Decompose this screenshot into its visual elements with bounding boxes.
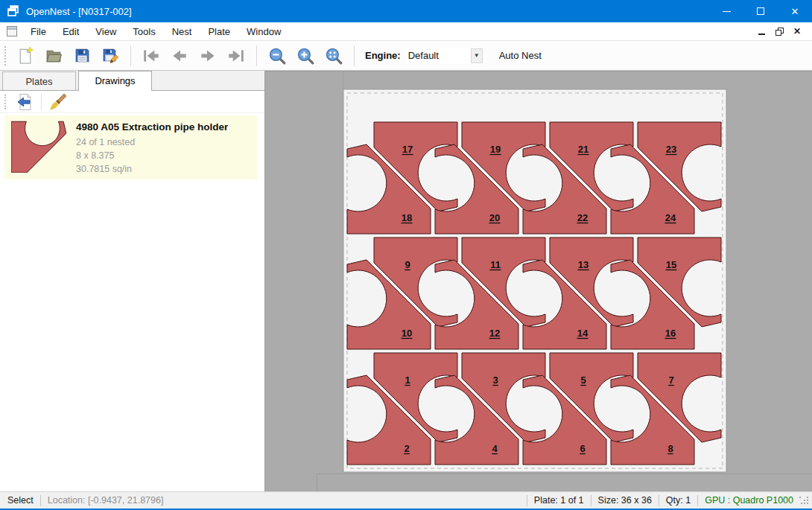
part-number-label: 18 [402,212,412,223]
save-as-icon [101,46,120,65]
app-window: OpenNest - [N0317-002] ✕ File Edit View … [0,0,812,510]
tab-drawings[interactable]: Drawings [78,71,152,91]
drawings-toolbar-drag-handle[interactable] [4,95,7,109]
previous-arrow-icon [170,46,189,66]
zoom-extents-icon [324,46,343,66]
zoom-out-icon [267,46,287,66]
first-plate-button[interactable] [142,46,161,66]
toolbar-separator [354,45,355,66]
menu-tools[interactable]: Tools [124,23,163,40]
menu-window[interactable]: Window [238,23,289,40]
clean-drawings-button[interactable] [48,92,68,112]
main-area: Plates Drawings [0,71,812,491]
minimize-button[interactable] [709,0,743,22]
menu-nest[interactable]: Nest [164,23,200,40]
part-number-label: 11 [490,259,501,270]
part-number-label: 23 [666,144,676,155]
toolbar-separator [256,45,257,66]
zoom-extents-button[interactable] [324,46,343,66]
import-drawing-icon [15,92,34,112]
open-folder-icon [45,46,63,65]
part-number-label: 8 [667,443,673,454]
new-button[interactable] [16,46,35,66]
part-number-label: 9 [405,259,410,270]
mdi-minimize-button[interactable] [752,24,770,39]
statusbar-separator [40,495,41,506]
zoom-in-icon [296,46,315,66]
next-arrow-icon [198,46,218,66]
nest-canvas[interactable]: 171819202122232491011121314151612345678 [265,71,812,491]
menu-edit[interactable]: Edit [54,23,87,40]
first-arrow-icon [142,46,161,66]
part-number-label: 22 [577,212,588,223]
part-number-label: 12 [489,328,500,339]
mdi-restore-button[interactable] [770,24,788,39]
mdi-close-icon: ✕ [793,27,801,36]
part-number-label: 19 [490,144,501,155]
last-arrow-icon [226,46,246,66]
drawing-area: 30.7815 sq/in [76,162,228,176]
part-number-label: 17 [402,144,413,155]
part-number-label: 3 [492,374,498,386]
statusbar-separator [527,495,527,506]
part-number-label: 6 [580,443,585,454]
broom-icon [48,92,68,112]
resize-grip[interactable] [799,497,810,507]
status-plate: Plate: 1 of 1 [534,495,584,506]
document-window-icon[interactable] [6,25,18,37]
close-button[interactable]: ✕ [778,0,812,22]
part-number-label: 13 [578,259,589,270]
zoom-in-button[interactable] [296,46,315,66]
menu-file[interactable]: File [22,23,54,40]
part-number-label: 24 [665,212,676,223]
statusbar-separator [591,495,591,506]
maximize-button[interactable] [743,0,778,22]
part-number-label: 21 [578,144,589,155]
part-number-label: 5 [580,374,586,386]
chevron-down-icon[interactable]: ▼ [471,48,483,63]
part-number-label: 15 [666,259,676,270]
save-as-button[interactable] [101,46,120,66]
maximize-icon [757,7,764,15]
save-icon [73,46,92,65]
open-button[interactable] [44,46,63,66]
previous-plate-button[interactable] [170,46,189,66]
toolbar-drag-handle[interactable] [4,46,7,66]
mdi-close-button[interactable]: ✕ [788,24,806,39]
statusbar-separator [697,495,698,506]
app-icon [7,4,20,18]
auto-nest-button[interactable]: Auto Nest [495,47,546,64]
toolbar-separator [41,94,42,110]
save-button[interactable] [72,46,92,66]
window-title: OpenNest - [N0317-002] [26,6,709,17]
minimize-icon [723,11,731,12]
part-number-label: 7 [668,374,673,386]
part-number-label: 14 [577,328,589,339]
menu-bar: File Edit View Tools Nest Plate Window ✕ [0,22,812,41]
part-number-label: 16 [665,328,676,339]
new-document-icon [16,46,35,65]
side-panel: Plates Drawings [0,71,265,491]
last-plate-button[interactable] [226,46,246,66]
tab-plates[interactable]: Plates [2,71,76,90]
import-drawing-button[interactable] [15,92,34,112]
drawings-toolbar [0,91,264,113]
zoom-out-button[interactable] [267,46,287,66]
drawing-nested-count: 24 of 1 nested [76,136,228,149]
drawing-title: 4980 A05 Extraction pipe holder [76,121,228,133]
drawing-thumbnail [10,120,67,173]
drawing-list-item[interactable]: 4980 A05 Extraction pipe holder 24 of 1 … [4,115,258,179]
menu-plate[interactable]: Plate [200,23,238,40]
status-qty: Qty: 1 [666,495,691,506]
menu-view[interactable]: View [87,23,124,40]
mdi-minimize-icon [758,34,765,35]
engine-select[interactable]: Default ▼ [405,48,483,64]
part-number-label: 20 [489,212,500,223]
next-plate-button[interactable] [198,46,218,66]
status-size: Size: 36 x 36 [598,495,652,506]
status-bar: Select Location: [-0.9437, 21.8796] Plat… [0,491,812,509]
part-number-label: 2 [404,443,409,454]
drawing-dimensions: 8 x 8.375 [76,149,228,162]
status-mode: Select [7,495,34,506]
status-gpu: GPU : Quadro P1000 [705,495,793,506]
